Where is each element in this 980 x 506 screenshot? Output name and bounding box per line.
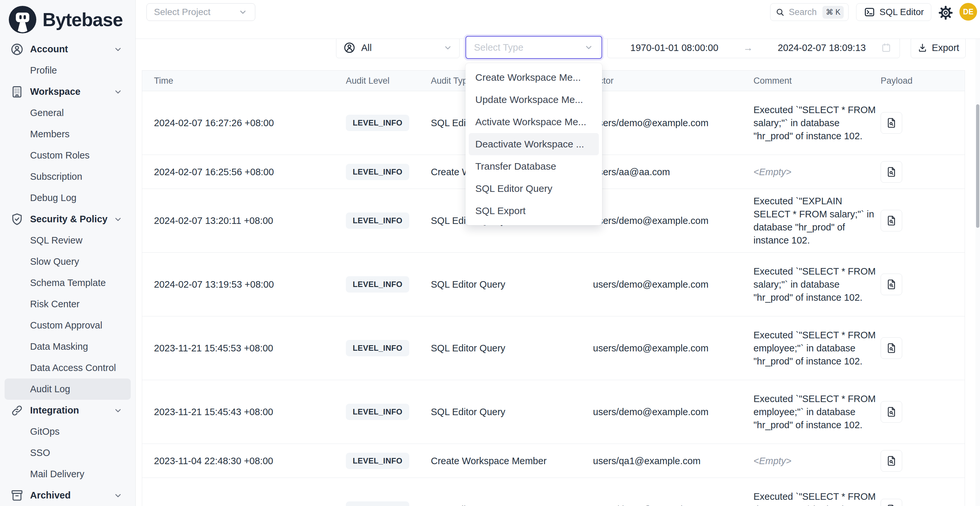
terminal-icon bbox=[864, 6, 875, 18]
cell-time: 2023-11-21 15:45:43 +08:00 bbox=[154, 407, 331, 417]
view-payload-button[interactable] bbox=[881, 112, 902, 134]
sql-editor-button[interactable]: SQL Editor bbox=[856, 3, 931, 21]
view-payload-button[interactable] bbox=[881, 450, 902, 472]
sidebar-item-label: GitOps bbox=[30, 426, 59, 437]
cell-payload bbox=[881, 337, 926, 359]
sidebar-item-label: General bbox=[30, 108, 64, 118]
sidebar-item-members[interactable]: Members bbox=[0, 124, 135, 145]
cell-time: 2023-11-04 21:26:34 +08:00 bbox=[154, 504, 331, 506]
chevron-down-icon bbox=[443, 43, 453, 53]
cell-audit-level: LEVEL_INFO bbox=[346, 164, 424, 180]
project-select[interactable]: Select Project bbox=[146, 3, 255, 21]
export-button[interactable]: Export bbox=[911, 37, 966, 58]
sidebar-item-subscription[interactable]: Subscription bbox=[0, 166, 135, 187]
type-menu-item-deactivate-workspace[interactable]: Deactivate Workspace ... bbox=[469, 133, 599, 155]
sidebar-item-label: SSO bbox=[30, 447, 50, 458]
column-header-comment: Comment bbox=[754, 76, 879, 86]
file-search-icon bbox=[886, 455, 897, 467]
bytebase-logo[interactable]: Bytebase bbox=[7, 4, 123, 35]
type-menu-item-sql-export[interactable]: SQL Export bbox=[469, 200, 599, 222]
audit-level-badge: LEVEL_INFO bbox=[346, 404, 409, 420]
sidebar-item-label: Integration bbox=[30, 405, 79, 416]
arrow-right-icon: → bbox=[733, 42, 763, 53]
column-header-payload: Payload bbox=[881, 76, 926, 86]
sidebar-item-audit-log[interactable]: Audit Log bbox=[5, 379, 131, 400]
sidebar-item-data-access-control[interactable]: Data Access Control bbox=[0, 357, 135, 379]
cell-actor: users/demo@example.com bbox=[593, 343, 747, 354]
sidebar-item-custom-approval[interactable]: Custom Approval bbox=[0, 315, 135, 336]
sidebar-item-workspace[interactable]: Workspace bbox=[0, 81, 135, 102]
cell-audit-level: LEVEL_INFO bbox=[346, 340, 424, 356]
table-row: 2023-11-04 21:26:34 +08:00LEVEL_INFOSQL … bbox=[142, 478, 965, 506]
sidebar-item-sso[interactable]: SSO bbox=[0, 442, 135, 463]
cell-payload bbox=[881, 274, 926, 295]
sidebar-item-data-masking[interactable]: Data Masking bbox=[0, 336, 135, 357]
cell-payload bbox=[881, 401, 926, 423]
cell-time: 2024-02-07 16:25:56 +08:00 bbox=[154, 166, 331, 177]
cell-time: 2023-11-04 22:48:30 +08:00 bbox=[154, 455, 331, 466]
date-range-picker[interactable]: 1970-01-01 08:00:00 → 2024-02-07 18:09:1… bbox=[607, 37, 900, 58]
view-payload-button[interactable] bbox=[881, 274, 902, 295]
search-input[interactable]: Search ⌘ K bbox=[770, 3, 849, 21]
sidebar-item-schema-template[interactable]: Schema Template bbox=[0, 272, 135, 294]
sql-editor-label: SQL Editor bbox=[880, 7, 924, 18]
cell-time: 2024-02-07 16:27:26 +08:00 bbox=[154, 118, 331, 129]
sidebar-item-label: Custom Roles bbox=[30, 150, 89, 161]
cell-actor: users/demo@example.com bbox=[593, 407, 747, 417]
cell-payload bbox=[881, 112, 926, 134]
chevron-down-icon bbox=[584, 43, 593, 52]
sidebar-item-custom-roles[interactable]: Custom Roles bbox=[0, 145, 135, 166]
type-menu-item-transfer-database[interactable]: Transfer Database bbox=[469, 155, 599, 178]
cell-audit-type: Create Workspace Member bbox=[431, 455, 584, 466]
audit-level-badge: LEVEL_INFO bbox=[346, 501, 409, 506]
cell-payload bbox=[881, 161, 926, 183]
file-search-icon bbox=[886, 504, 897, 506]
type-filter-select[interactable]: Select Type bbox=[466, 36, 602, 59]
view-payload-button[interactable] bbox=[881, 499, 902, 506]
sidebar-item-profile[interactable]: Profile bbox=[0, 60, 135, 81]
sidebar-item-general[interactable]: General bbox=[0, 102, 135, 124]
audit-level-badge: LEVEL_INFO bbox=[346, 212, 409, 229]
column-header-audit-level: Audit Level bbox=[346, 76, 424, 86]
cell-comment: <Empty> bbox=[754, 454, 879, 468]
type-menu-item-update-workspace-me[interactable]: Update Workspace Me... bbox=[469, 89, 599, 111]
sidebar-item-security-policy[interactable]: Security & Policy bbox=[0, 208, 135, 230]
sidebar-item-debug-log[interactable]: Debug Log bbox=[0, 187, 135, 208]
table-row: 2023-11-04 22:48:30 +08:00LEVEL_INFOCrea… bbox=[142, 444, 965, 478]
vertical-scrollbar-thumb[interactable] bbox=[976, 104, 979, 228]
sidebar-item-account[interactable]: Account bbox=[0, 38, 135, 60]
cell-payload bbox=[881, 210, 926, 231]
type-menu-item-sql-editor-query[interactable]: SQL Editor Query bbox=[469, 178, 599, 200]
sidebar-item-archived[interactable]: Archived bbox=[0, 485, 135, 506]
sidebar-item-sql-review[interactable]: SQL Review bbox=[0, 230, 135, 251]
view-payload-button[interactable] bbox=[881, 210, 902, 231]
chevron-down-icon bbox=[113, 87, 123, 97]
date-to-value[interactable]: 2024-02-07 18:09:13 bbox=[763, 43, 881, 53]
view-payload-button[interactable] bbox=[881, 337, 902, 359]
empty-comment-label: <Empty> bbox=[754, 456, 791, 466]
cell-time: 2024-02-07 13:20:11 +08:00 bbox=[154, 215, 331, 226]
settings-gear-icon[interactable] bbox=[938, 5, 953, 20]
sidebar-item-risk-center[interactable]: Risk Center bbox=[0, 294, 135, 315]
sidebar-item-integration[interactable]: Integration bbox=[0, 400, 135, 421]
view-payload-button[interactable] bbox=[881, 161, 902, 183]
type-menu-item-create-workspace-me[interactable]: Create Workspace Me... bbox=[469, 66, 599, 89]
chevron-down-icon bbox=[113, 406, 123, 415]
project-select-label: Select Project bbox=[154, 7, 210, 18]
sidebar-item-gitops[interactable]: GitOps bbox=[0, 421, 135, 442]
cell-audit-type: SQL Editor Query bbox=[431, 407, 584, 417]
cell-comment: Executed `"EXPLAIN SELECT * FROM salary;… bbox=[754, 194, 879, 247]
bytebase-logo-icon bbox=[7, 4, 38, 35]
sidebar-item-slow-query[interactable]: Slow Query bbox=[0, 251, 135, 272]
user-avatar[interactable]: DE bbox=[959, 3, 977, 21]
actor-filter-select[interactable]: All bbox=[336, 37, 460, 58]
sidebar-item-mail-delivery[interactable]: Mail Delivery bbox=[0, 463, 135, 485]
view-payload-button[interactable] bbox=[881, 401, 902, 423]
sidebar-item-label: Audit Log bbox=[30, 384, 70, 395]
chevron-down-icon bbox=[113, 45, 123, 54]
date-from-value[interactable]: 1970-01-01 08:00:00 bbox=[616, 43, 733, 53]
type-menu-item-activate-workspace-me[interactable]: Activate Workspace Me... bbox=[469, 111, 599, 133]
table-row: 2024-02-07 13:19:53 +08:00LEVEL_INFOSQL … bbox=[142, 253, 965, 317]
file-search-icon bbox=[886, 166, 897, 178]
vertical-scrollbar-track[interactable] bbox=[975, 39, 980, 506]
